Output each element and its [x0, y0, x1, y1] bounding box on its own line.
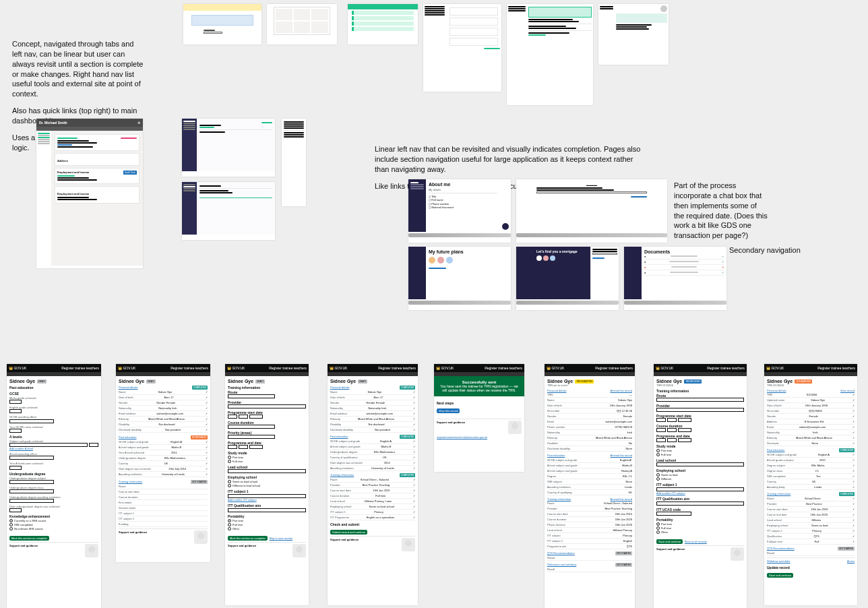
thumb-nhs-patient: Dr. Michael Smith⚙ Address Employment an… [36, 119, 143, 268]
success-body: You have sent the trainee for TRN regist… [440, 384, 518, 392]
thumb-habito-form: ▬▬▬▬ [516, 179, 667, 243]
note-linear: Linear left nav that can be revisited an… [375, 144, 644, 175]
thumb-habito-mortgage: Let's find you a mortgage [516, 247, 619, 310]
thumb-habito-docs: Documents ●✓ ●✓ ●✕ ●✓ [624, 247, 726, 310]
radio-ke-yes[interactable]: Currently on a SKE course [9, 519, 98, 522]
note-chat: Part of the process incorporate a chat b… [674, 181, 768, 241]
submit-btn[interactable]: Submit record and continue [330, 530, 367, 535]
note-concept: Concept, navigated through tabs and left… [12, 39, 144, 99]
mark-complete-btn[interactable]: Mark this section as complete [228, 536, 268, 541]
thumb-bt-3 [182, 182, 275, 240]
thumb-concept-6 [598, 4, 669, 65]
thumb-bt-1 [182, 119, 275, 177]
thumb-habito-plans: My future plans [408, 247, 511, 310]
thumb-concept-3 [348, 4, 418, 44]
view-record-btn[interactable]: View this record [437, 408, 460, 413]
note-secondary: Secondary navigation [729, 245, 810, 255]
thumb-gds-4: 👑 GOV.UKRegister trainee teachers Sidnee… [328, 364, 418, 605]
thumb-gds-3: 👑 GOV.UKRegister trainee teachers Sidnee… [225, 364, 309, 605]
thumb-bt-2 [282, 119, 306, 206]
thumb-concept-1 [183, 4, 261, 44]
thumb-gds-7: 👑 GOV.UKRegister trainee teachers Sidnee… [654, 364, 747, 608]
thumb-concept-4 [423, 4, 501, 92]
thumb-gds-1: 👑 GOV.UKRegister trainee teachers Sidnee… [7, 364, 101, 608]
radio-ke-no[interactable]: No relevant SKE course [9, 527, 98, 530]
thumb-gds-6: 👑 GOV.UKRegister trainee teachers Sidnee… [545, 364, 635, 608]
thumb-concept-2 [267, 4, 337, 44]
thumb-habito-about: About me My details ◻ Title ◻ Full name … [408, 179, 511, 243]
radio-ke-comp[interactable]: SKE completed [9, 523, 98, 526]
thumb-gds-8: 👑 GOV.UKRegister trainee teachers Sidnee… [764, 364, 857, 605]
save-btn[interactable]: Save and continue [656, 539, 683, 544]
thumb-concept-5 [507, 4, 593, 105]
mark-complete-btn[interactable]: Mark this section as complete [9, 536, 49, 541]
thumb-gds-2: 👑 GOV.UKRegister trainee teachers Sidnee… [116, 364, 210, 562]
thumb-gds-5: 👑 GOV.UKRegister trainee teachers Succes… [434, 364, 524, 472]
save-btn-8[interactable]: Save and continue [767, 573, 793, 578]
